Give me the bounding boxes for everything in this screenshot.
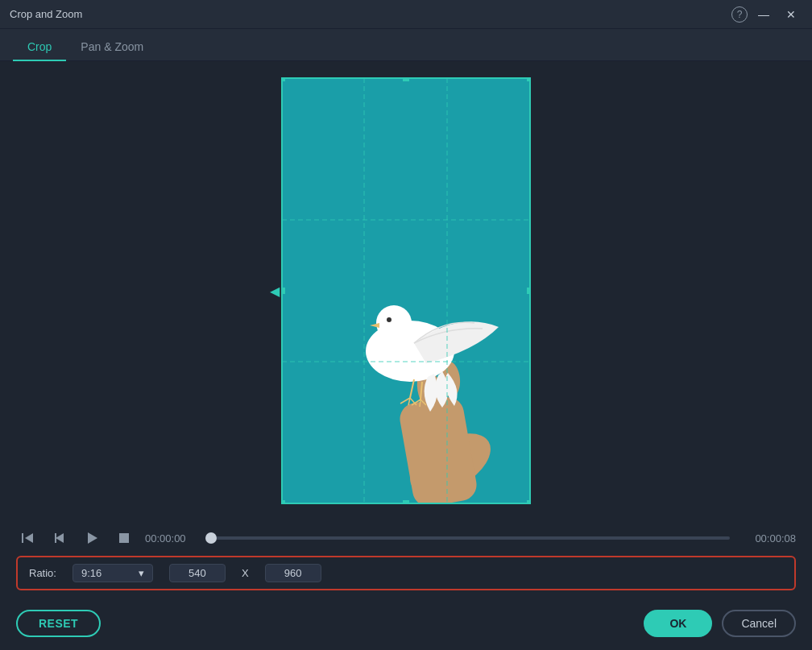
svg-marker-34 (88, 532, 97, 544)
help-button[interactable]: ? (731, 6, 748, 23)
svg-marker-32 (56, 533, 64, 543)
svg-rect-29 (527, 288, 531, 294)
ratio-value: 9:16 (81, 567, 102, 579)
tabs-row: Crop Pan & Zoom (0, 29, 812, 61)
stop-button[interactable] (113, 527, 135, 549)
svg-rect-33 (55, 533, 56, 543)
preview-image (281, 77, 531, 504)
stop-icon (117, 531, 131, 545)
skip-back-icon (20, 531, 35, 545)
left-drag-handle[interactable]: ◀ (270, 284, 280, 299)
title-bar: Crop and Zoom ? — ✕ (0, 0, 812, 29)
svg-rect-27 (403, 500, 409, 504)
svg-line-15 (420, 400, 420, 407)
svg-point-6 (376, 305, 412, 341)
step-back-icon (52, 531, 67, 545)
step-back-button[interactable] (48, 527, 71, 549)
footer-bar: RESET OK Cancel (0, 602, 812, 650)
ratio-bar: Ratio: 9:16 ▾ 540 X 960 (16, 556, 796, 590)
window-title: Crop and Zoom (10, 8, 82, 20)
tab-pan-zoom[interactable]: Pan & Zoom (66, 34, 158, 61)
title-bar-controls: ? — ✕ (731, 6, 802, 23)
play-icon (85, 531, 99, 545)
cancel-button[interactable]: Cancel (722, 610, 796, 637)
tab-crop[interactable]: Crop (13, 34, 66, 61)
svg-marker-31 (25, 533, 33, 543)
time-total: 00:00:08 (740, 532, 796, 544)
title-bar-left: Crop and Zoom (10, 8, 82, 20)
timeline-thumb[interactable] (205, 532, 217, 544)
time-current: 00:00:00 (145, 532, 201, 544)
svg-rect-35 (119, 533, 129, 543)
minimize-button[interactable]: — (752, 6, 775, 23)
footer-right: OK Cancel (644, 610, 796, 637)
preview-area: ◀ (0, 61, 812, 520)
svg-rect-24 (281, 500, 285, 504)
width-input[interactable]: 540 (169, 564, 226, 582)
video-container: ◀ (281, 77, 531, 504)
svg-rect-26 (403, 77, 409, 81)
svg-rect-28 (281, 288, 285, 294)
svg-rect-25 (527, 500, 531, 504)
video-frame[interactable] (281, 77, 531, 504)
svg-rect-23 (527, 77, 531, 81)
ratio-label: Ratio: (29, 567, 56, 579)
timeline-track[interactable] (211, 536, 730, 540)
ok-button[interactable]: OK (644, 610, 712, 637)
main-content: ◀ (0, 61, 812, 650)
play-button[interactable] (81, 527, 103, 549)
svg-rect-30 (22, 533, 23, 543)
skip-back-button[interactable] (16, 527, 39, 549)
x-separator: X (242, 567, 249, 579)
reset-button[interactable]: RESET (16, 610, 101, 637)
controls-bar: 00:00:00 00:00:08 (0, 520, 812, 556)
svg-rect-22 (281, 77, 285, 81)
ratio-select[interactable]: 9:16 ▾ (72, 564, 153, 582)
svg-point-8 (387, 317, 392, 322)
chevron-down-icon: ▾ (139, 567, 144, 579)
height-input[interactable]: 960 (265, 564, 321, 582)
close-button[interactable]: ✕ (780, 6, 802, 23)
